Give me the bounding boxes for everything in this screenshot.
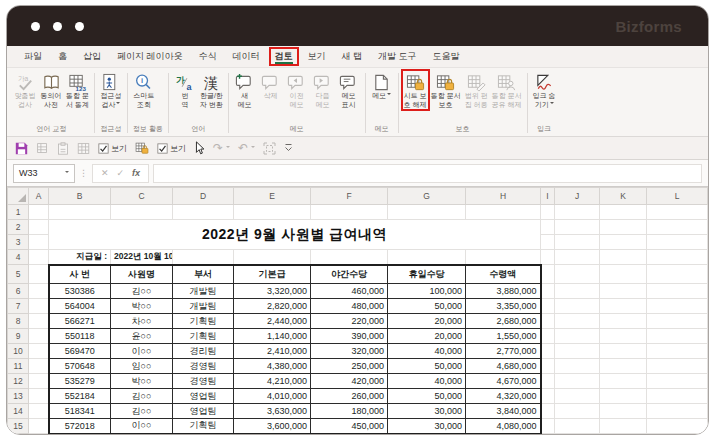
column-header-C[interactable]: C [111,188,173,205]
data-cell[interactable]: 3,630,000 [234,404,311,419]
data-cell[interactable]: 3,600,000 [234,419,311,434]
cell[interactable] [555,314,600,329]
row-header-10[interactable]: 10 [8,344,29,359]
cell-A7[interactable] [29,299,49,314]
cell[interactable] [647,220,708,235]
tab-1[interactable]: 홈 [51,48,74,65]
cell[interactable] [173,434,234,435]
cell[interactable] [647,374,708,389]
data-cell[interactable]: 4,010,000 [234,389,311,404]
cell[interactable] [600,389,647,404]
cell[interactable] [541,329,555,344]
data-cell[interactable]: 영업팀 [173,389,234,404]
window-control-dots[interactable] [31,22,84,31]
data-cell[interactable]: 기획팀 [173,314,234,329]
cell-A13[interactable] [29,389,49,404]
cell[interactable] [600,220,647,235]
column-header-A[interactable]: A [29,188,49,205]
column-header-L[interactable]: L [647,188,708,205]
tab-review[interactable]: 검토 [269,47,299,66]
data-cell[interactable]: 2,440,000 [234,314,311,329]
data-cell[interactable]: 박○○ [111,299,173,314]
data-cell[interactable]: 570648 [49,359,111,374]
cell-A1[interactable] [29,205,49,220]
note-button[interactable]: 메모 [369,70,395,101]
row-header-4[interactable]: 4 [8,250,29,265]
paste-quick-button[interactable] [57,142,69,155]
cell[interactable] [600,265,647,284]
data-cell[interactable]: 김○○ [111,389,173,404]
cell[interactable] [555,434,600,435]
data-cell[interactable]: 4,320,000 [466,389,541,404]
cell[interactable] [555,250,600,265]
cell[interactable] [466,205,541,220]
column-header-F[interactable]: F [311,188,388,205]
data-cell[interactable]: 차○○ [111,314,173,329]
cell[interactable] [647,419,708,434]
enter-icon[interactable]: ✓ [117,168,125,178]
tab-5[interactable]: 데이터 [226,48,267,65]
data-cell[interactable]: 518341 [49,404,111,419]
cell[interactable] [311,250,388,265]
cell[interactable] [173,205,234,220]
delete-comment-button[interactable]: 삭제 [258,70,284,101]
data-cell[interactable]: 20,000 [388,314,466,329]
cell[interactable] [647,389,708,404]
cell[interactable] [111,434,173,435]
data-cell[interactable]: 564004 [49,299,111,314]
cell[interactable] [555,205,600,220]
data-cell[interactable]: 320,000 [311,344,388,359]
allow-edit-ranges-button[interactable]: 범위 편 집 허용 [463,70,490,110]
data-cell[interactable]: 임○○ [111,359,173,374]
tab-10[interactable]: 도움말 [426,48,467,65]
insert-function-icon[interactable]: fx [132,168,140,178]
data-cell[interactable]: 개발팀 [173,284,234,299]
data-cell[interactable]: 480,000 [311,299,388,314]
translate-button[interactable]: 가a번 역 [172,70,198,110]
tab-3[interactable]: 페이지 레이아웃 [110,48,190,65]
data-cell[interactable]: 이○○ [111,344,173,359]
cell[interactable] [600,250,647,265]
cell-A9[interactable] [29,329,49,344]
cell[interactable] [541,389,555,404]
data-cell[interactable]: 390,000 [311,329,388,344]
cell[interactable] [600,205,647,220]
cell[interactable] [388,250,466,265]
cell[interactable] [388,205,466,220]
data-cell[interactable]: 2,680,000 [466,314,541,329]
cell[interactable] [541,284,555,299]
tab-4[interactable]: 수식 [192,48,224,65]
cell[interactable] [541,434,555,435]
cell[interactable] [541,374,555,389]
table-header-cell[interactable]: 휴일수당 [388,265,466,284]
chevron-down-icon[interactable] [65,171,69,175]
data-cell[interactable]: 1,140,000 [234,329,311,344]
unprotect-sheet-button[interactable]: 시트 보 호 해제 [402,70,429,110]
cell[interactable] [541,404,555,419]
cell[interactable] [600,235,647,250]
cell[interactable] [600,329,647,344]
row-header-15[interactable]: 15 [8,419,29,434]
cell[interactable] [466,434,541,435]
cell[interactable] [541,344,555,359]
table-header-cell[interactable]: 사원명 [111,265,173,284]
spellcheck-button[interactable]: 가a맞춤법 검사 [12,70,38,110]
cell[interactable] [600,344,647,359]
cell[interactable] [647,329,708,344]
row-header-8[interactable]: 8 [8,314,29,329]
data-cell[interactable]: 530386 [49,284,111,299]
cell[interactable] [541,220,555,235]
data-cell[interactable]: 3,840,000 [466,404,541,419]
cell[interactable] [234,205,311,220]
cell[interactable] [647,205,708,220]
row-header-9[interactable]: 9 [8,329,29,344]
accessibility-button[interactable]: 접근성 검사 [98,70,124,110]
tab-8[interactable]: 새 탭 [335,48,370,65]
row-header-12[interactable]: 12 [8,374,29,389]
cell[interactable] [541,359,555,374]
cell[interactable] [541,419,555,434]
cell[interactable] [600,359,647,374]
data-cell[interactable]: 김○○ [111,284,173,299]
tab-0[interactable]: 파일 [17,48,49,65]
table-header-cell[interactable]: 사 번 [49,265,111,284]
